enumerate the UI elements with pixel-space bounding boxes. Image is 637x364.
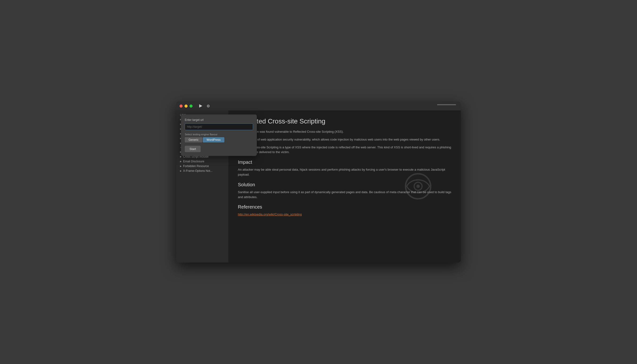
target-dialog: Enter target url Select testing engine f… [181, 114, 257, 156]
references-heading: References [238, 204, 451, 210]
para1: The application was found vulnerable to … [238, 130, 451, 134]
reference-link[interactable]: http://en.wikipedia.org/wiki/Cross-site_… [238, 212, 302, 216]
maximize-button[interactable] [189, 104, 193, 108]
main-content: Reflected Cross-site Scripting The appli… [228, 110, 461, 262]
titlebar: ⚙ [176, 102, 461, 110]
scrollbar-indicator [437, 104, 456, 105]
start-button[interactable]: Start [185, 146, 201, 152]
para2: XSS is a type of web application securit… [238, 137, 451, 142]
para3: Reflected Cross-site Scripting is a type… [238, 145, 451, 155]
generic-button[interactable]: Generic [185, 137, 202, 142]
gear-icon[interactable]: ⚙ [206, 104, 211, 108]
titlebar-controls: ⚙ [198, 104, 211, 108]
sidebar-item-email-disclosure[interactable]: ▶ Email Disclosure [176, 159, 228, 164]
solution-text: Sanitise all user-supplied input before … [238, 190, 451, 200]
close-button[interactable] [180, 104, 183, 108]
sidebar-item-label: Email Disclosure [183, 160, 204, 163]
flavor-label: Select testing engine flavour [185, 133, 253, 136]
arrow-icon: ▶ [180, 165, 182, 167]
app-window: ⚙ Enter target url Select testing engine… [176, 102, 461, 262]
url-label: Enter target url [185, 118, 253, 122]
sidebar-item-forbidden-resource[interactable]: ▶ Forbidden Resource [176, 164, 228, 168]
arrow-icon: ▶ [180, 170, 182, 172]
wordpress-button[interactable]: WordPress [203, 137, 224, 142]
impact-text: An attacker may be able steal personal d… [238, 167, 451, 177]
minimize-button[interactable] [184, 104, 188, 108]
play-button[interactable] [198, 104, 203, 108]
arrow-icon: ▶ [180, 156, 182, 158]
impact-heading: Impact [238, 160, 451, 165]
sidebar-item-xframe[interactable]: ▶ X-Frame-Options Not... [176, 168, 228, 173]
url-input[interactable] [185, 124, 253, 130]
content-body: The application was found vulnerable to … [238, 130, 451, 216]
arrow-icon: ▶ [180, 160, 182, 162]
solution-heading: Solution [238, 182, 451, 188]
sidebar-item-label: X-Frame-Options Not... [183, 169, 212, 172]
sidebar-item-label: Forbidden Resource [183, 164, 209, 168]
page-title: Reflected Cross-site Scripting [238, 118, 451, 125]
flavor-buttons: Generic WordPress [185, 137, 253, 142]
